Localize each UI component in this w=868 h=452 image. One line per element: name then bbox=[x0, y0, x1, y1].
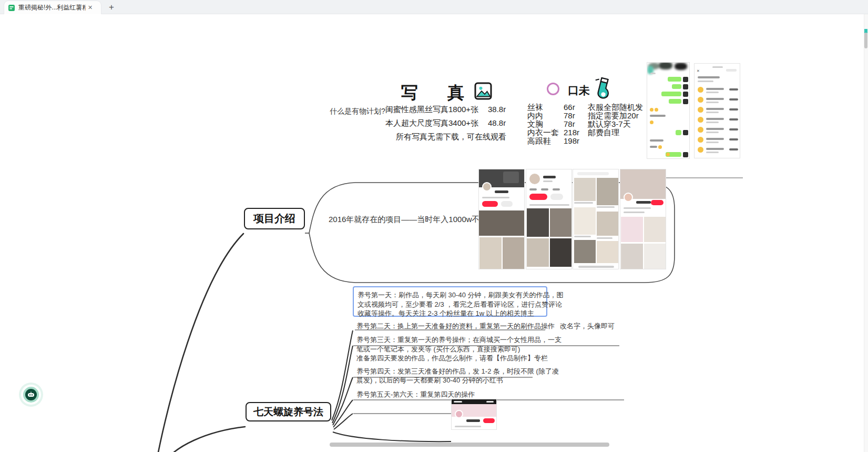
photo-note: 所有写真无需下载，可在线观看 bbox=[396, 132, 506, 142]
tab-close-icon[interactable]: ✕ bbox=[88, 4, 93, 11]
wear-item-price: 198r bbox=[564, 136, 579, 145]
sock-icon bbox=[591, 76, 613, 101]
browser-tab-bar: 重磅揭秘!外...利益红薯精讲 ✕ + bbox=[0, 0, 868, 14]
close-icon: ✕ bbox=[697, 69, 700, 73]
day2-topic[interactable]: 养号第二天：换上第一天准备好的资料，重复第一天的刷作品操作 bbox=[356, 322, 555, 331]
day1-line: 收藏等操作。每天关注 2-3 个粉丝量在 1w 以上的相关博主 bbox=[358, 309, 534, 318]
vertical-scrollbar[interactable] bbox=[864, 14, 868, 452]
photo-title-char1: 写 bbox=[401, 82, 418, 105]
wear-item-price: 66r bbox=[564, 103, 575, 112]
app-screenshot-4[interactable] bbox=[620, 169, 666, 269]
assistant-logo-button[interactable] bbox=[19, 383, 43, 407]
day1-line: 养号第一天：刷作品，每天刷 30-40 分钟，刷跟美女有关的作品，图 bbox=[358, 290, 563, 300]
day3-line: 笔或一个笔记本，发夹等 (买什么东西，直接搜索即可) bbox=[356, 345, 520, 354]
intro-question-label[interactable]: 什么是有物计划? bbox=[330, 107, 385, 116]
wear-item-price: 78r bbox=[564, 111, 575, 120]
node-seven-day-method[interactable]: 七天螺旋养号法 bbox=[246, 402, 331, 421]
app-screenshot-bottom[interactable] bbox=[451, 399, 497, 430]
payment-list-screenshot[interactable]: ✕ bbox=[694, 63, 740, 158]
blur-blob bbox=[675, 63, 687, 70]
day4-line: 晨发)，以后的每一天都要刷 30-40 分钟的小红书 bbox=[356, 376, 503, 385]
day2-note[interactable]: 改名字，头像即可 bbox=[560, 322, 615, 331]
vertical-scrollbar-thumb[interactable] bbox=[864, 33, 867, 48]
wear-item-price: 218r bbox=[564, 128, 579, 137]
mindmap-canvas[interactable]: 什么是有物计划? 写 真 闺蜜性感黑丝写真1800+张 38.8r 本人超大尺度… bbox=[0, 14, 864, 452]
browser-tab[interactable]: 重磅揭秘!外...利益红薯精讲 ✕ bbox=[4, 1, 101, 14]
robot-icon bbox=[25, 389, 37, 400]
app-screenshot-3[interactable] bbox=[573, 169, 619, 269]
wear-title: 口未 bbox=[568, 83, 590, 98]
app-screenshot-1[interactable] bbox=[478, 169, 525, 269]
photo-item-label: 闺蜜性感黑丝写真1800+张 bbox=[385, 105, 478, 115]
day1-topic[interactable]: 养号第一天：刷作品，每天刷 30-40 分钟，刷跟美女有关的作品，图 文或视频均… bbox=[353, 286, 547, 317]
app-window: 重磅揭秘!外...利益红薯精讲 ✕ + bbox=[0, 0, 868, 452]
wear-note: 邮费自理 bbox=[588, 128, 619, 138]
photo-item-label: 本人超大尺度写真3400+张 bbox=[385, 118, 478, 128]
horizontal-scrollbar-thumb[interactable] bbox=[330, 443, 609, 447]
day4-topic[interactable]: 养号第四天：发第三天准备好的作品，发 1-2 条，时段不限 (除了凌 晨发)，以… bbox=[356, 367, 535, 386]
site-favicon-icon bbox=[8, 5, 15, 11]
app-screenshot-2[interactable] bbox=[526, 169, 572, 269]
image-icon bbox=[474, 82, 493, 101]
day5-topic[interactable]: 养号第五天-第六天：重复第四天的操作 bbox=[356, 390, 475, 399]
ring-icon bbox=[547, 83, 559, 95]
day1-line: 文或视频均可，至少要看 2/3 ，看完之后看看评论区，进行点赞评论 bbox=[358, 300, 562, 309]
wear-item-name: 高跟鞋 bbox=[527, 136, 551, 146]
photo-item-price: 48.8r bbox=[488, 118, 506, 127]
day3-line: 准备第四天要发的作品，作品怎么制作，请看【作品制作】专栏 bbox=[356, 354, 548, 363]
new-tab-button[interactable]: + bbox=[106, 2, 117, 13]
photo-title-char2: 真 bbox=[447, 82, 464, 105]
photo-item-price: 38.8r bbox=[488, 105, 506, 114]
project-description[interactable]: 2016年就存在的项目——当时年入1000w不在少数 bbox=[329, 215, 504, 225]
wear-item-price: 78r bbox=[564, 119, 575, 128]
node-label: 项目介绍 bbox=[253, 212, 295, 226]
day4-line: 养号第四天：发第三天准备好的作品，发 1-2 条，时段不限 (除了凌 bbox=[356, 367, 559, 376]
blur-blob bbox=[659, 62, 672, 69]
day3-topic[interactable]: 养号第三天：重复第一天的养号操作；在商城买一个女性用品，一支 笔或一个笔记本，发… bbox=[356, 335, 535, 364]
day3-line: 养号第三天：重复第一天的养号操作；在商城买一个女性用品，一支 bbox=[356, 335, 561, 345]
wechat-chat-screenshot[interactable] bbox=[647, 62, 690, 159]
tab-title: 重磅揭秘!外...利益红薯精讲 bbox=[18, 3, 86, 12]
node-project-intro[interactable]: 项目介绍 bbox=[244, 208, 305, 229]
node-label: 七天螺旋养号法 bbox=[253, 405, 323, 419]
